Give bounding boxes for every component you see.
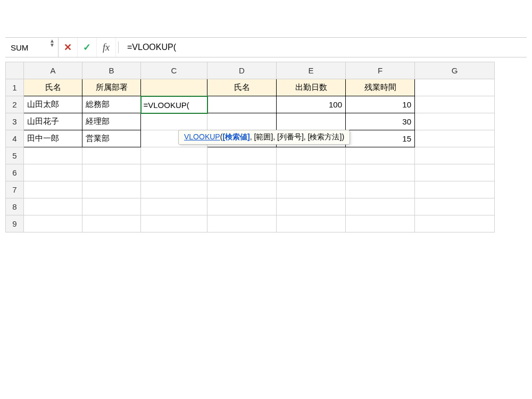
formula-confirm-button[interactable]: ✓ xyxy=(78,38,97,57)
cell-F5[interactable] xyxy=(346,147,415,164)
cell-G4[interactable] xyxy=(415,130,495,147)
cell-A5[interactable] xyxy=(24,147,82,164)
cell-B4[interactable]: 営業部 xyxy=(82,130,141,147)
cell-A2[interactable]: 山田太郎 xyxy=(24,96,82,113)
cell-C6[interactable] xyxy=(141,164,207,181)
cell-E1[interactable]: 出勤日数 xyxy=(277,79,346,96)
cell-E6[interactable] xyxy=(277,164,346,181)
row-header-3[interactable]: 3 xyxy=(6,113,24,130)
col-header-G[interactable]: G xyxy=(415,62,495,79)
fx-icon: fx xyxy=(103,42,110,53)
cell-C8[interactable] xyxy=(141,198,207,215)
formula-cancel-button[interactable]: ✕ xyxy=(59,38,78,57)
row-header-2[interactable]: 2 xyxy=(6,96,24,113)
cell-C1[interactable] xyxy=(141,79,207,96)
tooltip-fn-name[interactable]: VLOOKUP xyxy=(184,132,220,141)
col-header-F[interactable]: F xyxy=(346,62,415,79)
spreadsheet-grid[interactable]: A B C D E F G 1 氏名 所属部署 氏名 出勤日数 残業時間 2 山… xyxy=(5,62,495,232)
cell-G8[interactable] xyxy=(415,198,495,215)
row-header-5[interactable]: 5 xyxy=(6,147,24,164)
cell-F1[interactable]: 残業時間 xyxy=(346,79,415,96)
col-header-B[interactable]: B xyxy=(82,62,141,79)
cancel-icon: ✕ xyxy=(64,41,72,53)
cell-F7[interactable] xyxy=(346,181,415,198)
cell-C5[interactable] xyxy=(141,147,207,164)
cell-E7[interactable] xyxy=(277,181,346,198)
cell-E8[interactable] xyxy=(277,198,346,215)
cell-B2[interactable]: 総務部 xyxy=(82,96,141,113)
row-header-9[interactable]: 9 xyxy=(6,215,24,232)
select-all-corner[interactable] xyxy=(6,62,24,79)
cell-B5[interactable] xyxy=(82,147,141,164)
cell-F3[interactable]: 30 xyxy=(346,113,415,130)
function-tooltip[interactable]: VLOOKUP([検索値], [範囲], [列番号], [検索方法]) xyxy=(178,130,350,145)
cell-G6[interactable] xyxy=(415,164,495,181)
cell-A8[interactable] xyxy=(24,198,82,215)
cell-E3[interactable] xyxy=(277,113,346,130)
col-header-C[interactable]: C xyxy=(141,62,207,79)
tooltip-rest: , [範囲], [列番号], [検索方法]) xyxy=(250,132,344,141)
cell-D6[interactable] xyxy=(207,164,277,181)
col-header-D[interactable]: D xyxy=(207,62,277,79)
row-header-4[interactable]: 4 xyxy=(6,130,24,147)
cell-A9[interactable] xyxy=(24,215,82,232)
row-header-6[interactable]: 6 xyxy=(6,164,24,181)
insert-function-button[interactable]: fx xyxy=(97,38,116,57)
tooltip-arg-active[interactable]: [検索値] xyxy=(222,132,250,141)
cell-D8[interactable] xyxy=(207,198,277,215)
cell-G7[interactable] xyxy=(415,181,495,198)
spreadsheet-app: SUM ▲ ▼ ✕ ✓ fx =VLOOKUP( A B C D E F xyxy=(0,0,532,399)
col-header-E[interactable]: E xyxy=(277,62,346,79)
cell-F2[interactable]: 10 xyxy=(346,96,415,113)
confirm-icon: ✓ xyxy=(83,41,91,53)
formula-input[interactable]: =VLOOKUP( xyxy=(121,43,527,52)
cell-A4[interactable]: 田中一郎 xyxy=(24,130,82,147)
cell-D5[interactable] xyxy=(207,147,277,164)
cell-G1[interactable] xyxy=(415,79,495,96)
cell-E2[interactable]: 100 xyxy=(277,96,346,113)
name-box[interactable]: SUM ▲ ▼ xyxy=(5,38,59,57)
row-header-8[interactable]: 8 xyxy=(6,198,24,215)
cell-D7[interactable] xyxy=(207,181,277,198)
cell-A7[interactable] xyxy=(24,181,82,198)
cell-F9[interactable] xyxy=(346,215,415,232)
name-box-spinner[interactable]: ▲ ▼ xyxy=(49,39,55,47)
cell-G5[interactable] xyxy=(415,147,495,164)
row-header-1[interactable]: 1 xyxy=(6,79,24,96)
cell-C2-text: =VLOOKUP( xyxy=(144,100,192,109)
cell-C2-editing[interactable]: =VLOOKUP( xyxy=(141,96,207,113)
cell-G2[interactable] xyxy=(415,96,495,113)
cell-F4[interactable]: 15 xyxy=(346,130,415,147)
cell-B1[interactable]: 所属部署 xyxy=(82,79,141,96)
cell-C3[interactable] xyxy=(141,113,207,130)
cell-E9[interactable] xyxy=(277,215,346,232)
cell-A1[interactable]: 氏名 xyxy=(24,79,82,96)
cell-B9[interactable] xyxy=(82,215,141,232)
cell-B3[interactable]: 経理部 xyxy=(82,113,141,130)
divider xyxy=(118,41,119,53)
chevron-down-icon[interactable]: ▼ xyxy=(49,43,55,47)
cell-F6[interactable] xyxy=(346,164,415,181)
cell-D3[interactable] xyxy=(207,113,277,130)
name-box-value: SUM xyxy=(11,43,28,52)
cell-B8[interactable] xyxy=(82,198,141,215)
cell-G3[interactable] xyxy=(415,113,495,130)
cell-D2[interactable] xyxy=(207,96,277,113)
cell-D1[interactable]: 氏名 xyxy=(207,79,277,96)
formula-input-text: =VLOOKUP( xyxy=(127,43,176,52)
cell-D9[interactable] xyxy=(207,215,277,232)
cell-B6[interactable] xyxy=(82,164,141,181)
cell-C7[interactable] xyxy=(141,181,207,198)
col-header-A[interactable]: A xyxy=(24,62,82,79)
row-header-7[interactable]: 7 xyxy=(6,181,24,198)
cell-A6[interactable] xyxy=(24,164,82,181)
cell-E5[interactable] xyxy=(277,147,346,164)
cell-C9[interactable] xyxy=(141,215,207,232)
formula-bar: SUM ▲ ▼ ✕ ✓ fx =VLOOKUP( xyxy=(5,37,527,57)
cell-G9[interactable] xyxy=(415,215,495,232)
cell-B7[interactable] xyxy=(82,181,141,198)
cell-A3[interactable]: 山田花子 xyxy=(24,113,82,130)
cell-F8[interactable] xyxy=(346,198,415,215)
